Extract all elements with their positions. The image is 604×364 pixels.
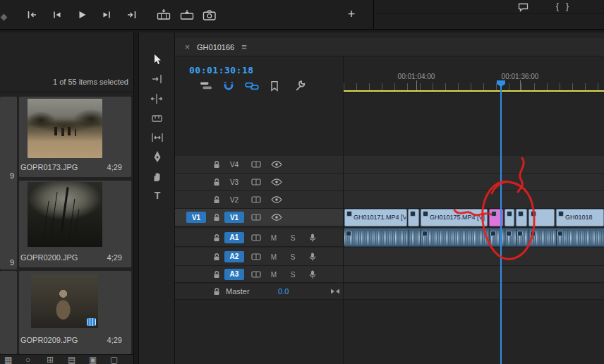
go-to-out-icon[interactable]: [124, 9, 138, 20]
step-forward-icon[interactable]: [99, 9, 114, 20]
ruler-major-tick: [520, 80, 521, 90]
find-icon[interactable]: ▤: [68, 355, 76, 364]
timeline-clip[interactable]: GH010175.MP4 [V]: [421, 209, 488, 226]
source-patch-v1[interactable]: V1: [186, 212, 206, 223]
timeline-tab-bar: × GH010166 ≡: [175, 38, 604, 56]
track-target-a3[interactable]: A3: [224, 269, 244, 280]
secondary-panel-header: { }: [373, 0, 604, 30]
track-target-v4[interactable]: V4: [224, 159, 244, 170]
brace-open-icon[interactable]: {: [556, 1, 559, 11]
playhead-line[interactable]: [500, 82, 502, 364]
overwrite-icon[interactable]: [179, 9, 195, 20]
timeline-clip[interactable]: GH010171.MP4 [V]: [344, 209, 407, 226]
fx-badge-icon: [558, 211, 564, 217]
lock-icon[interactable]: [213, 270, 220, 279]
timeline-clip[interactable]: GH01018: [556, 209, 604, 226]
play-icon[interactable]: [75, 9, 89, 20]
trash-icon[interactable]: ▢: [110, 355, 118, 364]
clip-label: GH010171.MP4 [V]: [354, 210, 406, 226]
hand-tool-icon[interactable]: [150, 169, 164, 183]
mute-button[interactable]: M: [269, 233, 279, 241]
timeline-clip[interactable]: [408, 209, 419, 226]
sync-lock-icon[interactable]: [251, 213, 261, 222]
timeline-clip[interactable]: [516, 209, 527, 226]
lock-icon[interactable]: [213, 213, 220, 222]
master-level-value[interactable]: 0.0: [278, 287, 289, 296]
timeline-settings-wrench-icon[interactable]: [294, 80, 306, 92]
type-tool-icon[interactable]: T: [150, 188, 164, 202]
sync-lock-icon[interactable]: [251, 270, 261, 279]
lock-icon[interactable]: [213, 160, 220, 169]
mute-button[interactable]: M: [269, 253, 279, 260]
media-thumbnail[interactable]: [31, 274, 98, 328]
selection-tool-icon[interactable]: [150, 53, 164, 67]
track-output-eye-icon[interactable]: [271, 178, 282, 186]
track-output-eye-icon[interactable]: [271, 214, 282, 221]
close-tab-icon[interactable]: ×: [185, 42, 190, 52]
track-select-forward-tool-icon[interactable]: [150, 72, 164, 86]
solo-button[interactable]: S: [288, 233, 298, 241]
panel-menu-icon[interactable]: ≡: [241, 42, 247, 52]
slip-tool-icon[interactable]: [150, 131, 164, 145]
track-target-v2[interactable]: V2: [224, 194, 244, 205]
track-target-a1[interactable]: A1: [224, 232, 244, 243]
voiceover-mic-icon[interactable]: [309, 233, 316, 242]
fx-badge-icon: [530, 231, 536, 236]
voiceover-mic-icon[interactable]: [309, 252, 316, 261]
comment-icon[interactable]: [518, 3, 528, 12]
lock-icon[interactable]: [213, 195, 220, 204]
go-to-in-icon[interactable]: [25, 9, 40, 20]
sync-lock-icon[interactable]: [251, 160, 261, 169]
snap-icon[interactable]: [222, 80, 235, 92]
solo-button[interactable]: S: [288, 253, 298, 260]
voiceover-mic-icon[interactable]: [309, 269, 316, 279]
clipped-media-item[interactable]: [0, 271, 17, 354]
audio-clip-waveform[interactable]: [344, 229, 604, 247]
insert-icon[interactable]: [156, 9, 171, 20]
media-thumbnail[interactable]: [28, 182, 102, 247]
sync-lock-icon[interactable]: [251, 195, 261, 204]
add-marker-icon[interactable]: [270, 80, 279, 92]
step-back-icon[interactable]: [50, 9, 64, 20]
fit-audio-icon[interactable]: [330, 289, 340, 295]
lock-icon[interactable]: [213, 233, 220, 242]
sync-lock-icon[interactable]: [251, 233, 261, 242]
sequence-tab[interactable]: GH010166: [197, 43, 234, 51]
sync-lock-icon[interactable]: [251, 178, 261, 186]
track-target-a2[interactable]: A2: [224, 251, 244, 262]
pen-tool-icon[interactable]: [150, 150, 164, 164]
media-thumbnail[interactable]: [28, 99, 102, 158]
add-button[interactable]: +: [345, 7, 358, 22]
lock-icon[interactable]: [213, 178, 220, 186]
media-item[interactable]: GOPR0200.JPG 4;29: [19, 181, 131, 267]
sync-lock-icon[interactable]: [251, 253, 261, 261]
lock-icon[interactable]: [213, 253, 220, 261]
mute-button[interactable]: M: [269, 270, 279, 278]
nest-indicator-icon[interactable]: [200, 80, 212, 92]
media-item[interactable]: GOPR0209.JPG 4;29: [19, 271, 131, 354]
time-ruler[interactable]: [344, 83, 604, 90]
clipped-media-item[interactable]: 9: [0, 97, 17, 183]
timeline-clip[interactable]: [505, 209, 514, 226]
track-output-eye-icon[interactable]: [271, 161, 282, 168]
export-frame-icon[interactable]: [203, 9, 217, 20]
ripple-edit-tool-icon[interactable]: [150, 92, 164, 106]
brace-close-icon[interactable]: }: [566, 1, 569, 11]
new-bin-icon[interactable]: ▣: [89, 355, 97, 364]
sort-icon[interactable]: ⊞: [47, 355, 54, 364]
track-target-v3[interactable]: V3: [224, 176, 244, 188]
clipped-media-item[interactable]: 9: [0, 181, 17, 269]
razor-tool-icon[interactable]: [150, 111, 164, 125]
solo-button[interactable]: S: [288, 270, 298, 278]
audio-clip-boundary: [505, 229, 505, 246]
media-item[interactable]: GOPR0173.JPG 4;29: [19, 97, 131, 177]
playhead-timecode[interactable]: 00:01:30:18: [189, 65, 254, 75]
lock-icon[interactable]: [213, 287, 220, 296]
track-output-eye-icon[interactable]: [271, 196, 282, 203]
fx-badge-icon: [557, 231, 563, 236]
icon-view-icon[interactable]: ○: [25, 355, 30, 364]
timeline-clip[interactable]: [528, 209, 555, 226]
track-target-v1[interactable]: V1: [224, 212, 244, 223]
linked-selection-icon[interactable]: [245, 80, 259, 92]
list-view-icon[interactable]: ▦: [4, 355, 12, 364]
